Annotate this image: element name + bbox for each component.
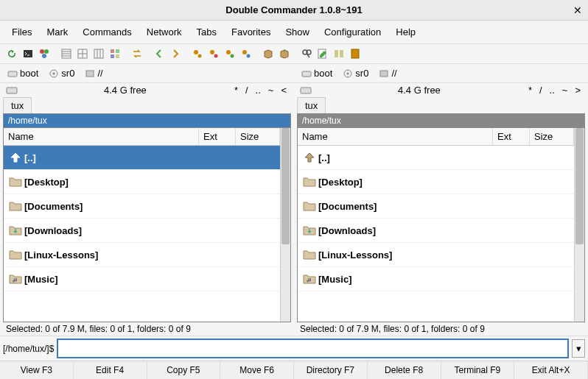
file-row[interactable]: [Music]: [298, 267, 574, 291]
file-row[interactable]: [Downloads]: [4, 219, 280, 243]
file-name: [Desktop]: [24, 177, 197, 188]
gears3-icon[interactable]: [223, 46, 237, 61]
file-row[interactable]: [Documents]: [4, 194, 280, 219]
path-bar[interactable]: /home/tux: [3, 113, 291, 127]
file-area: NameExtSize[..][Desktop][Documents][Down…: [3, 127, 291, 322]
terminal-icon[interactable]: [21, 46, 35, 61]
svg-rect-30: [340, 50, 343, 57]
view2-icon[interactable]: [75, 46, 90, 61]
nav-btn[interactable]: <: [279, 85, 288, 96]
close-button[interactable]: ✕: [573, 4, 582, 16]
drive-sr0[interactable]: sr0: [340, 66, 371, 80]
nav-btn[interactable]: ..: [548, 85, 556, 96]
scrollbar[interactable]: [280, 128, 290, 322]
view3-icon[interactable]: [91, 46, 106, 61]
pack-icon[interactable]: [261, 46, 276, 61]
gears1-icon[interactable]: [190, 46, 205, 61]
cmd-input[interactable]: [57, 339, 569, 358]
drive-icon[interactable]: [6, 85, 18, 96]
file-row[interactable]: [..]: [4, 146, 280, 170]
gears4-icon[interactable]: [239, 46, 253, 61]
command-line: [/home/tux/]$ ▾: [0, 336, 588, 361]
calc-icon[interactable]: [348, 46, 363, 61]
scroll-thumb[interactable]: [281, 128, 290, 244]
col-size[interactable]: Size: [236, 128, 280, 145]
menu-files[interactable]: Files: [7, 24, 36, 40]
sync-icon[interactable]: [332, 46, 346, 61]
fn-exit[interactable]: Exit Alt+X: [514, 361, 588, 379]
nav-btn[interactable]: ~: [267, 85, 276, 96]
search-icon[interactable]: [299, 46, 314, 61]
scroll-thumb[interactable]: [575, 128, 584, 244]
unpack-icon[interactable]: [277, 46, 292, 61]
nav-btn[interactable]: /: [244, 85, 250, 96]
file-row[interactable]: [Music]: [4, 267, 280, 291]
drive-rootroot[interactable]: //: [82, 66, 105, 80]
nav-btn[interactable]: *: [233, 85, 239, 96]
file-row[interactable]: [Downloads]: [298, 219, 574, 243]
nav-back-icon[interactable]: [152, 46, 167, 61]
drive-icon[interactable]: [300, 85, 312, 96]
tab[interactable]: tux: [297, 97, 326, 113]
col-name[interactable]: Name: [4, 128, 199, 145]
swap-icon[interactable]: [130, 46, 144, 61]
file-row[interactable]: [Desktop]: [4, 170, 280, 194]
tab[interactable]: tux: [3, 97, 32, 113]
refresh-icon[interactable]: [4, 46, 19, 61]
svg-point-21: [214, 54, 218, 58]
view1-icon[interactable]: [59, 46, 74, 61]
menu-network[interactable]: Network: [142, 24, 186, 40]
fn-directory[interactable]: Directory F7: [294, 361, 368, 379]
nav-fwd-icon[interactable]: [168, 46, 183, 61]
file-row[interactable]: [Linux-Lessons]: [4, 243, 280, 267]
col-ext[interactable]: Ext: [493, 128, 530, 145]
col-ext[interactable]: Ext: [199, 128, 236, 145]
drive-boot[interactable]: boot: [4, 66, 41, 80]
menu-show[interactable]: Show: [281, 24, 314, 40]
fn-copy[interactable]: Copy F5: [147, 361, 221, 379]
svg-rect-31: [351, 49, 359, 58]
menu-mark[interactable]: Mark: [42, 24, 72, 40]
file-row[interactable]: [..]: [298, 146, 574, 170]
nav-btn[interactable]: ~: [561, 85, 570, 96]
cmd-dropdown[interactable]: ▾: [572, 339, 585, 358]
file-name: [Desktop]: [318, 177, 491, 188]
folder-icon: [7, 174, 24, 189]
titlebar: Double Commander 1.0.8~191 ✕: [0, 0, 588, 21]
drive-sr0[interactable]: sr0: [46, 66, 77, 80]
file-row[interactable]: [Linux-Lessons]: [298, 243, 574, 267]
svg-rect-14: [111, 49, 114, 53]
file-row[interactable]: [Documents]: [298, 194, 574, 219]
fn-delete[interactable]: Delete F8: [368, 361, 441, 379]
file-row[interactable]: [Desktop]: [298, 170, 574, 194]
nav-btn[interactable]: ..: [254, 85, 262, 96]
multi-rename-icon[interactable]: [315, 46, 330, 61]
menu-help[interactable]: Help: [391, 24, 420, 40]
drive-rootroot[interactable]: //: [376, 66, 399, 80]
nav-btn[interactable]: *: [527, 85, 533, 96]
fn-terminal[interactable]: Terminal F9: [441, 361, 515, 379]
drive-boot[interactable]: boot: [298, 66, 335, 80]
menu-tabs[interactable]: Tabs: [192, 24, 221, 40]
rows: [..][Desktop][Documents][Downloads][Linu…: [4, 146, 280, 322]
path-bar[interactable]: /home/tux: [297, 113, 585, 127]
nav-btn[interactable]: >: [573, 85, 582, 96]
col-name[interactable]: Name: [298, 128, 493, 145]
menu-configuration[interactable]: Configuration: [320, 24, 385, 40]
svg-rect-0: [24, 50, 32, 57]
fn-move[interactable]: Move F6: [220, 361, 294, 379]
nav-btn[interactable]: /: [538, 85, 544, 96]
menu-commands[interactable]: Commands: [78, 24, 136, 40]
drive-panel-left: bootsr0//: [0, 64, 294, 82]
folder-down-icon: [7, 223, 24, 238]
fn-edit[interactable]: Edit F4: [74, 361, 147, 379]
gears2-icon[interactable]: [206, 46, 221, 61]
view4-icon[interactable]: [108, 46, 122, 61]
up-icon: [301, 150, 318, 165]
svg-rect-35: [86, 71, 94, 77]
menu-favorites[interactable]: Favorites: [227, 24, 275, 40]
options-icon[interactable]: [37, 46, 52, 61]
col-size[interactable]: Size: [530, 128, 574, 145]
fn-view[interactable]: View F3: [0, 361, 74, 379]
scrollbar[interactable]: [574, 128, 584, 322]
